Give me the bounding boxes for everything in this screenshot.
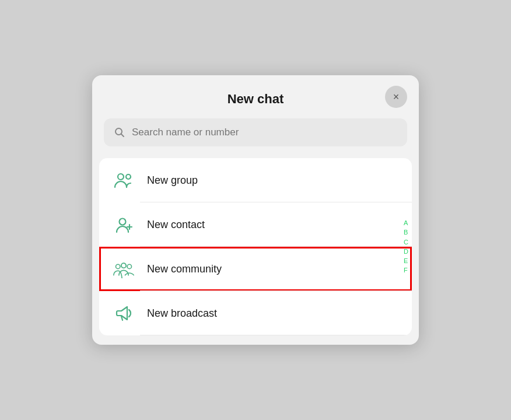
modal-title: New chat	[228, 92, 284, 107]
search-input[interactable]	[132, 127, 397, 138]
menu-item-new-contact[interactable]: New contact	[99, 202, 412, 247]
new-broadcast-label: New broadcast	[147, 307, 217, 320]
broadcast-icon	[113, 303, 134, 324]
alphabet-letter[interactable]: E	[404, 257, 408, 265]
svg-point-9	[127, 264, 131, 268]
alphabet-letter[interactable]: C	[404, 238, 408, 246]
group-icon	[113, 170, 134, 191]
svg-point-2	[118, 174, 124, 180]
menu-item-new-group[interactable]: New group	[99, 158, 412, 202]
alphabet-letter[interactable]: F	[404, 267, 408, 275]
svg-line-1	[121, 134, 124, 137]
new-contact-label: New contact	[147, 219, 205, 231]
alphabet-letter[interactable]: D	[404, 247, 408, 256]
alphabet-index: ABCDEF	[404, 219, 408, 275]
menu-list: New group New contact	[99, 158, 412, 335]
svg-point-4	[120, 219, 126, 225]
community-icon	[113, 258, 134, 279]
new-chat-modal: New chat ×	[92, 75, 419, 345]
svg-point-7	[116, 264, 120, 268]
contact-icon	[113, 214, 134, 235]
close-icon: ×	[393, 91, 400, 103]
menu-item-new-broadcast[interactable]: New broadcast	[99, 291, 412, 335]
menu-item-new-community[interactable]: New community	[99, 247, 412, 291]
new-group-label: New group	[147, 174, 198, 187]
alphabet-letter[interactable]: B	[404, 228, 408, 236]
svg-point-8	[121, 263, 126, 268]
search-container	[92, 118, 419, 158]
new-community-label: New community	[147, 263, 222, 275]
search-icon	[114, 127, 125, 138]
alphabet-letter[interactable]: A	[404, 219, 408, 227]
search-box	[104, 118, 407, 146]
close-button[interactable]: ×	[385, 86, 407, 108]
svg-point-3	[126, 174, 131, 179]
modal-header: New chat ×	[92, 75, 419, 118]
